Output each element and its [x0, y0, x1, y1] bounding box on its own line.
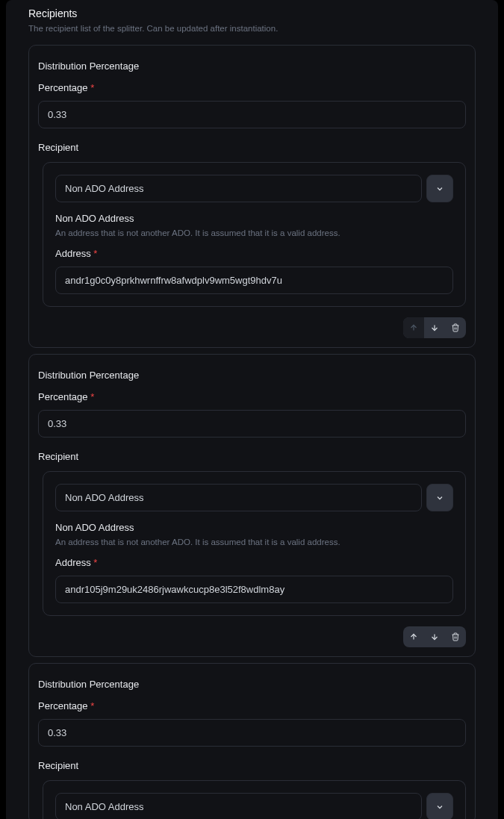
percentage-label: Percentage * — [38, 82, 466, 93]
section-title: Recipients — [28, 7, 476, 19]
select-dropdown-button[interactable] — [426, 484, 453, 511]
select-dropdown-button[interactable] — [426, 793, 453, 819]
distribution-heading: Distribution Percentage — [38, 60, 466, 72]
distribution-heading: Distribution Percentage — [38, 679, 466, 690]
trash-icon — [451, 632, 460, 641]
recipient-config-box: Non ADO Address — [43, 780, 466, 819]
percentage-label: Percentage * — [38, 700, 466, 711]
recipient-type-select[interactable]: Non ADO Address — [55, 793, 422, 819]
arrow-down-icon — [430, 632, 439, 641]
recipient-config-box: Non ADO Address Non ADO Address An addre… — [43, 162, 466, 307]
percentage-input[interactable] — [38, 101, 466, 128]
non-ado-heading: Non ADO Address — [55, 213, 453, 224]
chevron-down-icon — [435, 184, 444, 193]
arrow-up-icon — [409, 323, 418, 332]
recipient-type-select[interactable]: Non ADO Address — [55, 175, 422, 202]
recipient-card: Distribution Percentage Percentage * Rec… — [28, 45, 476, 348]
section-description: The recipient list of the splitter. Can … — [28, 24, 476, 33]
distribution-heading: Distribution Percentage — [38, 370, 466, 381]
address-label: Address * — [55, 557, 453, 568]
move-up-button[interactable] — [403, 626, 424, 647]
address-input[interactable] — [55, 267, 453, 294]
percentage-label: Percentage * — [38, 391, 466, 402]
select-dropdown-button[interactable] — [426, 175, 453, 202]
arrow-down-icon — [430, 323, 439, 332]
trash-icon — [451, 323, 460, 332]
card-actions — [38, 626, 466, 647]
delete-button[interactable] — [445, 626, 466, 647]
arrow-up-icon — [409, 632, 418, 641]
recipient-card: Distribution Percentage Percentage * Rec… — [28, 663, 476, 819]
non-ado-description: An address that is not another ADO. It i… — [55, 228, 453, 237]
non-ado-description: An address that is not another ADO. It i… — [55, 538, 453, 546]
address-input[interactable] — [55, 576, 453, 603]
recipient-card: Distribution Percentage Percentage * Rec… — [28, 354, 476, 657]
recipient-type-select[interactable]: Non ADO Address — [55, 484, 422, 511]
percentage-input[interactable] — [38, 410, 466, 437]
address-label: Address * — [55, 248, 453, 259]
recipient-label: Recipient — [38, 760, 466, 771]
chevron-down-icon — [435, 493, 444, 502]
recipient-label: Recipient — [38, 142, 466, 153]
delete-button[interactable] — [445, 317, 466, 338]
move-down-button[interactable] — [424, 626, 445, 647]
chevron-down-icon — [435, 803, 444, 812]
non-ado-heading: Non ADO Address — [55, 522, 453, 533]
move-up-button — [403, 317, 424, 338]
recipient-label: Recipient — [38, 451, 466, 462]
move-down-button[interactable] — [424, 317, 445, 338]
recipients-section: Recipients The recipient list of the spl… — [6, 0, 498, 819]
percentage-input[interactable] — [38, 719, 466, 747]
card-actions — [38, 317, 466, 338]
recipient-config-box: Non ADO Address Non ADO Address An addre… — [43, 471, 466, 616]
